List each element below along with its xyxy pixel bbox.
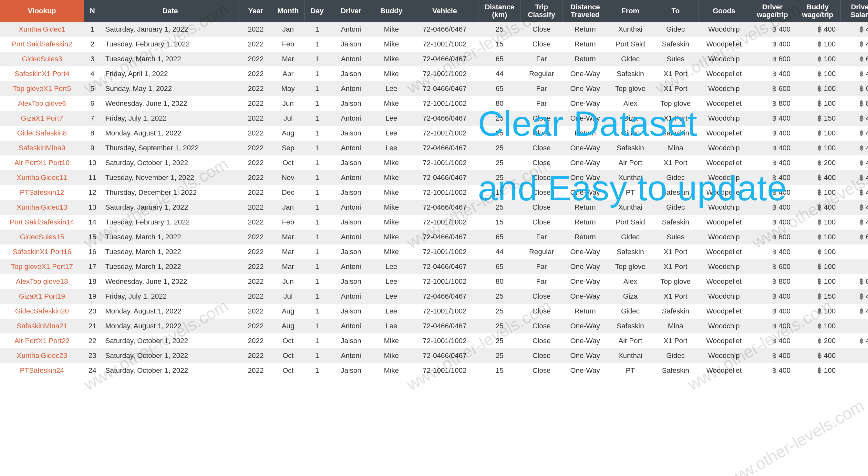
cell-from[interactable]: Xunthai xyxy=(608,22,653,37)
cell-n[interactable]: 1 xyxy=(84,22,101,37)
cell-from[interactable]: Gidec xyxy=(608,230,653,244)
cell-driver[interactable]: Jaison xyxy=(330,244,372,259)
cell-day[interactable]: 1 xyxy=(304,37,330,52)
cell-date[interactable]: Friday, April 1, 2022 xyxy=(101,66,240,81)
cell-year[interactable]: 2022 xyxy=(240,126,272,141)
cell-dist[interactable]: 25 xyxy=(478,111,521,126)
cell-year[interactable]: 2022 xyxy=(240,156,272,170)
cell-date[interactable]: Saturday, October 1, 2022 xyxy=(101,363,240,378)
cell-dwage[interactable]: ฿600 xyxy=(750,259,795,274)
col-from[interactable]: From xyxy=(608,0,653,22)
cell-goods[interactable]: Woodpellet xyxy=(698,304,750,318)
cell-dwage[interactable]: ฿400 xyxy=(750,185,795,200)
cell-dsal[interactable] xyxy=(840,348,868,363)
cell-bwage[interactable]: ฿150 xyxy=(795,111,840,126)
cell-dwage[interactable]: ฿400 xyxy=(750,22,795,37)
cell-dwage[interactable]: ฿600 xyxy=(750,230,795,244)
cell-day[interactable]: 1 xyxy=(304,66,330,81)
cell-trip[interactable]: Close xyxy=(521,200,562,215)
cell-goods[interactable]: Woodchip xyxy=(698,318,750,334)
cell-bwage[interactable]: ฿100 xyxy=(795,52,840,66)
cell-goods[interactable]: Woodchip xyxy=(698,111,750,126)
cell-year[interactable]: 2022 xyxy=(240,170,272,185)
cell-dsal[interactable]: ฿400 xyxy=(840,215,868,230)
cell-buddy[interactable]: Mike xyxy=(372,230,411,244)
table-row[interactable]: Port SaidSafeskin1414Tuesday, February 1… xyxy=(0,215,868,230)
cell-buddy[interactable]: Lee xyxy=(372,259,411,274)
cell-driver[interactable]: Jaison xyxy=(330,304,372,318)
cell-trip[interactable]: Far xyxy=(521,96,562,111)
cell-bwage[interactable]: ฿200 xyxy=(795,334,840,348)
table-row[interactable]: GidecSafeskin88Monday, August 1, 2022202… xyxy=(0,126,868,141)
cell-vlookup[interactable]: XunthaiGidec23 xyxy=(0,348,84,363)
table-row[interactable]: Top gloveX1 Port55Sunday, May 1, 2022202… xyxy=(0,81,868,96)
cell-bwage[interactable]: ฿100 xyxy=(795,304,840,318)
cell-month[interactable]: Oct xyxy=(272,334,304,348)
cell-dist[interactable]: 25 xyxy=(478,22,521,37)
cell-dist[interactable]: 25 xyxy=(478,289,521,304)
cell-month[interactable]: Jul xyxy=(272,111,304,126)
cell-buddy[interactable]: Mike xyxy=(372,200,411,215)
cell-buddy[interactable]: Lee xyxy=(372,126,411,141)
cell-bwage[interactable]: ฿100 xyxy=(795,96,840,111)
cell-dtrav[interactable]: One-Way xyxy=(562,156,608,170)
cell-driver[interactable]: Antoni xyxy=(330,289,372,304)
cell-dist[interactable]: 44 xyxy=(478,66,521,81)
cell-day[interactable]: 1 xyxy=(304,96,330,111)
cell-date[interactable]: Tuesday, March 1, 2022 xyxy=(101,244,240,259)
cell-vlookup[interactable]: Top gloveX1 Port5 xyxy=(0,81,84,96)
cell-trip[interactable]: Regular xyxy=(521,66,562,81)
cell-from[interactable]: Giza xyxy=(608,289,653,304)
cell-dwage[interactable]: ฿400 xyxy=(750,334,795,348)
cell-from[interactable]: Xunthai xyxy=(608,200,653,215)
cell-bwage[interactable]: ฿100 xyxy=(795,81,840,96)
cell-day[interactable]: 1 xyxy=(304,81,330,96)
cell-buddy[interactable]: Lee xyxy=(372,81,411,96)
cell-n[interactable]: 8 xyxy=(84,126,101,141)
cell-n[interactable]: 17 xyxy=(84,259,101,274)
cell-day[interactable]: 1 xyxy=(304,141,330,156)
cell-buddy[interactable]: Lee xyxy=(372,304,411,318)
cell-buddy[interactable]: Mike xyxy=(372,22,411,37)
cell-date[interactable]: Tuesday, February 1, 2022 xyxy=(101,215,240,230)
cell-driver[interactable]: Antoni xyxy=(330,318,372,334)
cell-dwage[interactable]: ฿800 xyxy=(750,96,795,111)
cell-month[interactable]: Mar xyxy=(272,259,304,274)
cell-goods[interactable]: Woodpellet xyxy=(698,185,750,200)
cell-buddy[interactable]: Mike xyxy=(372,156,411,170)
cell-year[interactable]: 2022 xyxy=(240,81,272,96)
cell-goods[interactable]: Woodpellet xyxy=(698,126,750,141)
cell-dtrav[interactable]: Return xyxy=(562,126,608,141)
cell-dwage[interactable]: ฿400 xyxy=(750,348,795,363)
cell-vlookup[interactable]: AlexTop glove6 xyxy=(0,96,84,111)
cell-to[interactable]: Gidec xyxy=(653,170,698,185)
cell-n[interactable]: 9 xyxy=(84,141,101,156)
cell-month[interactable]: Sep xyxy=(272,141,304,156)
cell-vlookup[interactable]: SafeskinMina21 xyxy=(0,318,84,334)
cell-dtrav[interactable]: One-Way xyxy=(562,170,608,185)
cell-n[interactable]: 20 xyxy=(84,304,101,318)
cell-n[interactable]: 13 xyxy=(84,200,101,215)
cell-from[interactable]: Top glove xyxy=(608,259,653,274)
cell-dtrav[interactable]: One-Way xyxy=(562,289,608,304)
cell-dtrav[interactable]: Return xyxy=(562,200,608,215)
col-year[interactable]: Year xyxy=(240,0,272,22)
cell-to[interactable]: X1 Port xyxy=(653,81,698,96)
cell-to[interactable]: Gidec xyxy=(653,22,698,37)
cell-date[interactable]: Saturday, October 1, 2022 xyxy=(101,348,240,363)
cell-to[interactable]: Gidec xyxy=(653,348,698,363)
cell-vehicle[interactable]: 72-0466/0467 xyxy=(411,170,478,185)
cell-month[interactable]: Feb xyxy=(272,37,304,52)
cell-dwage[interactable]: ฿400 xyxy=(750,363,795,378)
cell-trip[interactable]: Close xyxy=(521,126,562,141)
cell-dwage[interactable]: ฿400 xyxy=(750,304,795,318)
cell-goods[interactable]: Woodchip xyxy=(698,170,750,185)
cell-vlookup[interactable]: GizaX1 Port7 xyxy=(0,111,84,126)
cell-vehicle[interactable]: 72-0466/0467 xyxy=(411,52,478,66)
cell-dwage[interactable]: ฿400 xyxy=(750,141,795,156)
cell-to[interactable]: Safeskin xyxy=(653,185,698,200)
cell-date[interactable]: Friday, July 1, 2022 xyxy=(101,289,240,304)
cell-n[interactable]: 19 xyxy=(84,289,101,304)
cell-bwage[interactable]: ฿400 xyxy=(795,348,840,363)
cell-dtrav[interactable]: One-Way xyxy=(562,111,608,126)
